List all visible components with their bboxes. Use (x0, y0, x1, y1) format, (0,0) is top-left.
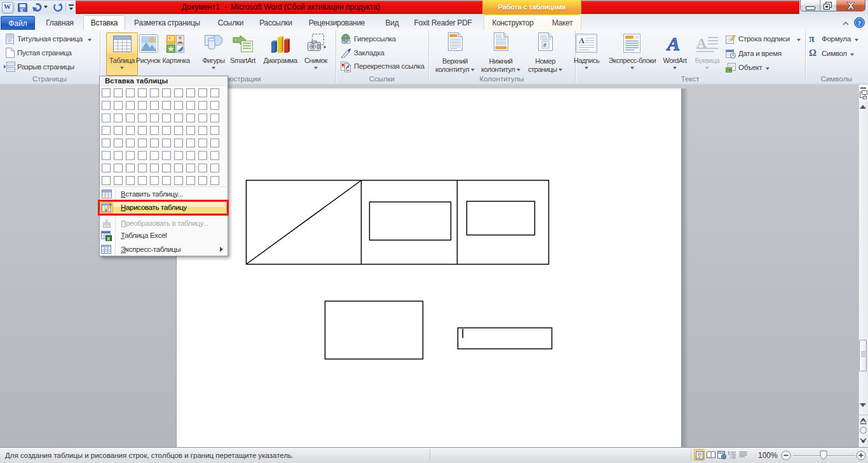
svg-text:?: ? (858, 19, 862, 27)
svg-text:X: X (107, 236, 110, 242)
svg-text:#: # (543, 42, 546, 48)
svg-text:A: A (666, 33, 680, 53)
svg-text:A: A (579, 36, 585, 45)
